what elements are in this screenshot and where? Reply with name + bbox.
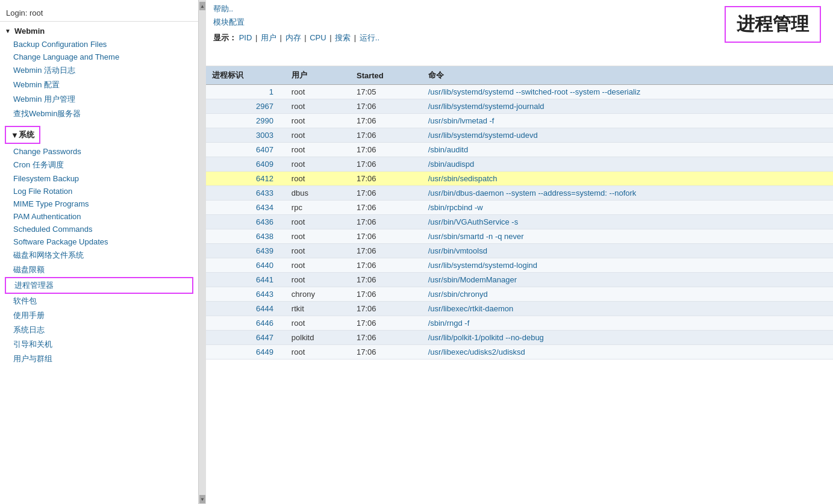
- pid-cell[interactable]: 6438: [206, 229, 285, 244]
- login-label: Login: root: [0, 5, 198, 22]
- table-row: 3003root17:06/usr/lib/systemd/systemd-ud…: [206, 128, 833, 143]
- started-cell: 17:06: [351, 345, 422, 359]
- pid-cell[interactable]: 6433: [206, 186, 285, 201]
- user-cell: root: [285, 215, 351, 229]
- sidebar-item-disk-network-fs[interactable]: 磁盘和网络文件系统: [0, 248, 198, 263]
- cmd-cell[interactable]: /usr/sbin/lvmetad -f: [422, 114, 833, 128]
- user-cell: root: [285, 128, 351, 143]
- pid-cell[interactable]: 6443: [206, 287, 285, 302]
- display-search-link[interactable]: 搜索: [335, 33, 351, 42]
- started-cell: 17:06: [351, 201, 422, 215]
- cmd-cell[interactable]: /usr/sbin/chronyd: [422, 287, 833, 302]
- system-section-header[interactable]: ▼ 系统: [5, 126, 40, 144]
- sidebar-item-boot-shutdown[interactable]: 引导和关机: [0, 337, 198, 352]
- sidebar-item-manual[interactable]: 使用手册: [0, 308, 198, 323]
- help-link[interactable]: 帮助..: [213, 4, 233, 13]
- table-header-row: 进程标识 用户 Started 命令: [206, 66, 833, 85]
- display-pid-link[interactable]: PID: [239, 33, 252, 42]
- cmd-cell[interactable]: /sbin/auditd: [422, 143, 833, 157]
- cmd-cell[interactable]: /usr/lib/systemd/systemd-udevd: [422, 128, 833, 143]
- user-cell: root: [285, 85, 351, 99]
- cmd-cell[interactable]: /usr/lib/systemd/systemd-logind: [422, 258, 833, 273]
- sidebar-item-backup-config[interactable]: Backup Configuration Files: [0, 38, 198, 51]
- user-cell: root: [285, 114, 351, 128]
- display-memory-link[interactable]: 内存: [285, 33, 301, 42]
- cmd-cell[interactable]: /usr/bin/VGAuthService -s: [422, 215, 833, 229]
- cmd-cell[interactable]: /usr/lib/polkit-1/polkitd --no-debug: [422, 331, 833, 345]
- display-cpu-link[interactable]: CPU: [310, 33, 326, 42]
- cmd-cell[interactable]: /usr/sbin/smartd -n -q never: [422, 229, 833, 244]
- sidebar-item-syslog[interactable]: 系统日志: [0, 323, 198, 337]
- pid-cell[interactable]: 6446: [206, 316, 285, 331]
- cmd-cell[interactable]: /usr/lib/systemd/systemd-journald: [422, 99, 833, 114]
- sidebar-item-find-webmin[interactable]: 查找Webmin服务器: [0, 107, 198, 121]
- cmd-cell[interactable]: /usr/libexec/rtkit-daemon: [422, 302, 833, 316]
- col-pid: 进程标识: [206, 66, 285, 85]
- started-cell: 17:06: [351, 143, 422, 157]
- sidebar-item-mime-type[interactable]: MIME Type Programs: [0, 198, 198, 210]
- system-section: ▼ 系统: [0, 125, 198, 145]
- cmd-cell[interactable]: /usr/bin/dbus-daemon --system --address=…: [422, 186, 833, 201]
- sidebar-item-software-updates[interactable]: Software Package Updates: [0, 235, 198, 248]
- webmin-section-header[interactable]: ▼ Webmin: [0, 24, 198, 38]
- pid-cell[interactable]: 6447: [206, 331, 285, 345]
- pid-cell[interactable]: 6444: [206, 302, 285, 316]
- started-cell: 17:06: [351, 331, 422, 345]
- table-row: 2967root17:06/usr/lib/systemd/systemd-jo…: [206, 99, 833, 114]
- page-title-box: 进程管理: [725, 6, 821, 43]
- started-cell: 17:06: [351, 258, 422, 273]
- user-cell: root: [285, 157, 351, 172]
- sidebar-item-scheduled-commands[interactable]: Scheduled Commands: [0, 223, 198, 235]
- sidebar-item-cron[interactable]: Cron 任务调度: [0, 158, 198, 172]
- pid-cell[interactable]: 6409: [206, 157, 285, 172]
- cmd-cell[interactable]: /usr/lib/systemd/systemd --switched-root…: [422, 85, 833, 99]
- pid-cell[interactable]: 6449: [206, 345, 285, 359]
- pid-cell[interactable]: 2967: [206, 99, 285, 114]
- pid-cell[interactable]: 6441: [206, 273, 285, 287]
- sidebar-item-pam-auth[interactable]: PAM Authentication: [0, 210, 198, 223]
- pid-cell[interactable]: 1: [206, 85, 285, 99]
- sidebar-item-webmin-config[interactable]: Webmin 配置: [0, 78, 198, 92]
- pid-cell[interactable]: 2990: [206, 114, 285, 128]
- sidebar-item-software-packages[interactable]: 软件包: [0, 294, 198, 308]
- cmd-cell[interactable]: /sbin/rngd -f: [422, 316, 833, 331]
- sidebar-item-disk-quota[interactable]: 磁盘限额: [0, 263, 198, 277]
- pid-cell[interactable]: 6436: [206, 215, 285, 229]
- cmd-cell[interactable]: /sbin/audispd: [422, 157, 833, 172]
- sidebar-item-users-groups[interactable]: 用户与群组: [0, 352, 198, 366]
- col-cmd: 命令: [422, 66, 833, 85]
- display-user-link[interactable]: 用户: [261, 33, 276, 42]
- pid-cell[interactable]: 6412: [206, 172, 285, 186]
- pid-cell[interactable]: 6440: [206, 258, 285, 273]
- cmd-cell[interactable]: /usr/libexec/udisks2/udisksd: [422, 345, 833, 359]
- sidebar-item-process-manager[interactable]: 进程管理器: [5, 277, 193, 294]
- cmd-cell[interactable]: /usr/bin/vmtoolsd: [422, 244, 833, 258]
- pid-cell[interactable]: 6407: [206, 143, 285, 157]
- started-cell: 17:06: [351, 244, 422, 258]
- sidebar-item-webmin-users[interactable]: Webmin 用户管理: [0, 92, 198, 107]
- user-cell: root: [285, 316, 351, 331]
- process-table: 进程标识 用户 Started 命令 1root17:05/usr/lib/sy…: [206, 66, 833, 359]
- sidebar-item-change-lang[interactable]: Change Language and Theme: [0, 51, 198, 63]
- user-cell: rtkit: [285, 302, 351, 316]
- cmd-cell[interactable]: /usr/sbin/ModemManager: [422, 273, 833, 287]
- pid-cell[interactable]: 6434: [206, 201, 285, 215]
- started-cell: 17:06: [351, 114, 422, 128]
- sidebar-item-log-rotation[interactable]: Log File Rotation: [0, 185, 198, 198]
- sidebar-item-change-passwords[interactable]: Change Passwords: [0, 145, 198, 158]
- scroll-down-button[interactable]: ▼: [199, 495, 205, 503]
- started-cell: 17:06: [351, 128, 422, 143]
- pid-cell[interactable]: 3003: [206, 128, 285, 143]
- user-cell: chrony: [285, 287, 351, 302]
- system-items-list: Change PasswordsCron 任务调度Filesystem Back…: [0, 145, 198, 366]
- pid-cell[interactable]: 6439: [206, 244, 285, 258]
- sidebar-item-fs-backup[interactable]: Filesystem Backup: [0, 172, 198, 185]
- user-cell: root: [285, 244, 351, 258]
- display-run-link[interactable]: 运行..: [360, 33, 379, 42]
- topbar: 帮助.. 模块配置 显示： PID | 用户 | 内存 | CPU | 搜索 |…: [206, 0, 833, 66]
- cmd-cell[interactable]: /usr/sbin/sedispatch: [422, 172, 833, 186]
- scroll-up-button[interactable]: ▲: [199, 2, 205, 10]
- module-config-link[interactable]: 模块配置: [213, 17, 245, 26]
- sidebar-item-webmin-log[interactable]: Webmin 活动日志: [0, 63, 198, 78]
- cmd-cell[interactable]: /sbin/rpcbind -w: [422, 201, 833, 215]
